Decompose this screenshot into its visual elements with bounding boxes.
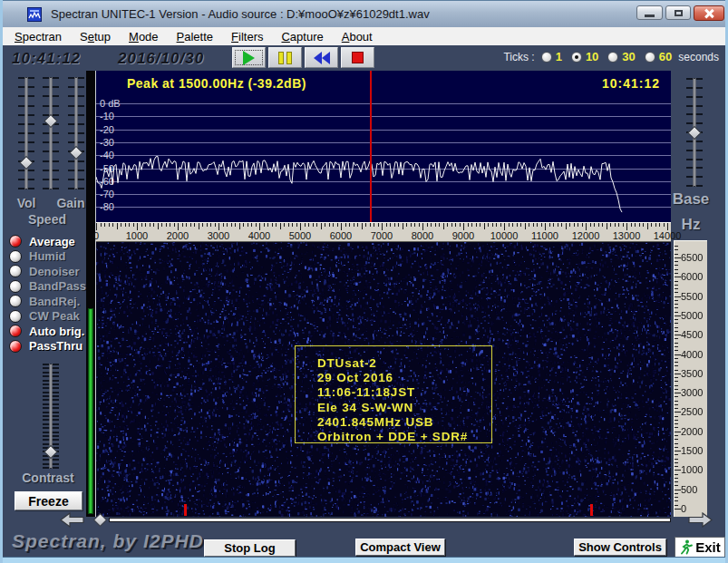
compact-view-button[interactable]: Compact View [355, 539, 445, 556]
hz-tick [675, 319, 678, 320]
rewind-icon [314, 52, 330, 64]
freq-tick [125, 223, 126, 227]
exit-runner-icon [679, 539, 693, 555]
menu-mode[interactable]: Mode [120, 28, 168, 45]
toggle-passthru[interactable]: PassThru [9, 340, 92, 353]
base-slider[interactable] [684, 78, 704, 187]
led-icon[interactable] [9, 310, 22, 323]
freq-tick [488, 223, 489, 227]
shift-right-button[interactable] [688, 512, 713, 528]
pan-slider-track[interactable] [109, 518, 671, 522]
play-button[interactable] [232, 47, 266, 68]
menu-capture[interactable]: Capture [272, 28, 332, 45]
led-icon[interactable] [9, 295, 22, 307]
close-button[interactable] [694, 5, 724, 21]
freq-tick-label: 10000 [484, 230, 524, 241]
hz-tick [675, 485, 678, 486]
speed-slider[interactable] [41, 77, 61, 189]
toggle-average[interactable]: Average [9, 235, 92, 248]
freq-tick [590, 223, 591, 227]
radio-icon[interactable] [607, 52, 618, 63]
hz-tick [675, 454, 678, 455]
waterfall-display[interactable]: DTUsat-2 29 Oct 2016 11:06-11:18JST Ele … [96, 242, 671, 517]
freq-tick [174, 223, 175, 227]
hz-tick [675, 292, 678, 293]
gain-slider[interactable] [66, 77, 86, 189]
ticks-radio-10[interactable]: 10 [571, 50, 598, 63]
slider-thumb[interactable] [69, 146, 83, 160]
hz-tick [675, 474, 678, 475]
hz-tick [675, 416, 678, 417]
menu-setup[interactable]: Setup [71, 28, 120, 45]
vol-slider[interactable] [16, 77, 36, 189]
frequency-ruler[interactable]: 0100020003000400050006000700080009000100… [96, 222, 671, 242]
shift-left-button[interactable] [60, 512, 84, 528]
freq-tick [411, 223, 412, 227]
led-icon[interactable] [9, 235, 22, 248]
ticks-radio-60[interactable]: 60 [645, 50, 672, 63]
radio-icon[interactable] [571, 52, 582, 63]
arrow-right-icon [688, 512, 713, 528]
radio-icon[interactable] [645, 52, 655, 63]
hz-tick [675, 327, 678, 328]
show-controls-button[interactable]: Show Controls [574, 539, 666, 556]
ticks-radio-label: 60 [659, 50, 672, 63]
rewind-button[interactable] [305, 47, 338, 68]
freq-tick [529, 223, 529, 227]
ticks-label: Ticks : [503, 51, 534, 63]
stop-log-button[interactable]: Stop Log [204, 539, 296, 557]
slider-thumb[interactable] [19, 156, 34, 170]
freq-tick [537, 223, 538, 227]
menu-about[interactable]: About [333, 28, 382, 45]
minimize-button[interactable] [636, 5, 663, 20]
hz-tick [675, 273, 678, 274]
toggle-label: BandRej. [29, 295, 80, 308]
led-icon[interactable] [9, 250, 22, 263]
exit-button[interactable]: Exit [675, 537, 725, 558]
freq-tick [476, 223, 477, 227]
toggle-label: Average [29, 235, 75, 248]
freq-tick [517, 223, 518, 227]
hz-tick [675, 365, 678, 366]
hz-tick [675, 288, 678, 289]
menu-filters[interactable]: Filters [222, 28, 272, 45]
stop-button[interactable] [341, 47, 374, 68]
maximize-button[interactable] [665, 5, 691, 20]
freq-tick [651, 223, 652, 227]
toggle-bandrej-[interactable]: BandRej. [9, 295, 92, 307]
hz-tick-label: 3500 [681, 368, 703, 379]
freq-tick-label: 4000 [239, 230, 279, 241]
led-icon[interactable] [9, 325, 22, 337]
freq-tick [504, 223, 505, 230]
menu-palette[interactable]: Palette [168, 28, 222, 45]
led-icon[interactable] [9, 265, 22, 277]
stop-icon [352, 52, 364, 63]
freq-tick [218, 223, 219, 230]
hz-tick-label: 0 [681, 503, 686, 514]
freq-tick [272, 223, 273, 227]
freq-tick [435, 223, 436, 227]
led-icon[interactable] [9, 340, 22, 353]
radio-icon[interactable] [541, 52, 552, 63]
led-icon[interactable] [9, 280, 22, 293]
spectrum-display: 0 dB-10-20-30-40-50-60-70-80 Peak at 150… [96, 71, 671, 222]
toggle-humid[interactable]: Humid [9, 250, 92, 263]
freq-tick [300, 223, 301, 230]
toggle-cw-peak[interactable]: CW Peak [9, 310, 92, 323]
toggle-denoiser[interactable]: Denoiser [9, 265, 92, 277]
slider-thumb[interactable] [687, 125, 702, 140]
toggle-auto-brig-[interactable]: Auto brig. [9, 325, 92, 337]
pause-button[interactable] [268, 47, 302, 68]
freq-tick [202, 223, 203, 227]
hz-tick [675, 358, 678, 359]
freq-tick [618, 223, 619, 227]
menu-spectran[interactable]: Spectran [5, 28, 71, 45]
contrast-slider[interactable] [41, 364, 61, 469]
slider-track [25, 77, 28, 189]
toggle-bandpass[interactable]: BandPass [9, 280, 92, 293]
slider-thumb[interactable] [44, 114, 58, 129]
title-bar: Spectran UNITEC-1 Version - Audio source… [3, 0, 728, 27]
ticks-radio-1[interactable]: 1 [541, 50, 562, 63]
ticks-radio-30[interactable]: 30 [607, 50, 635, 63]
freeze-button[interactable]: Freeze [15, 491, 83, 510]
